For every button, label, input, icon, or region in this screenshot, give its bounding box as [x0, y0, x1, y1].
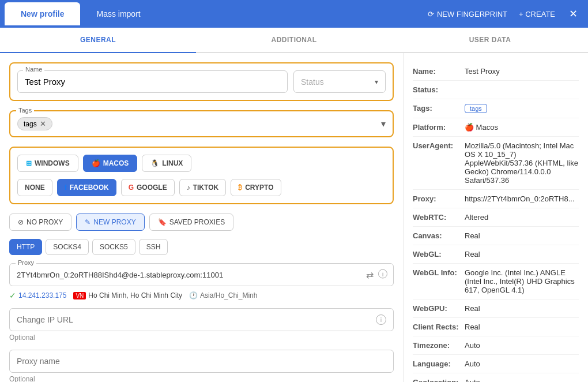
proxy-location: Ho Chi Minh, Ho Chi Minh City — [88, 291, 182, 299]
tag-item: tags ✕ — [17, 117, 52, 130]
info-row: Geolocation:Auto — [413, 373, 579, 382]
tab-user-data[interactable]: USER DATA — [392, 28, 588, 52]
info-label: WebGL: — [413, 250, 465, 259]
info-value: 🍎 Macos — [465, 123, 579, 132]
change-ip-input[interactable] — [17, 315, 370, 324]
protocol-http[interactable]: HTTP — [9, 239, 42, 255]
tab-additional[interactable]: ADDITIONAL — [196, 28, 392, 52]
os-btn-macos[interactable]: 🍎 MACOS — [83, 155, 138, 172]
name-input[interactable] — [17, 70, 288, 93]
info-row: Platform:🍎 Macos — [413, 118, 579, 137]
close-button[interactable]: ✕ — [563, 4, 583, 24]
name-field-wrapper: Name — [17, 70, 288, 93]
saved-proxies-icon: 🔖 — [158, 218, 167, 226]
left-panel: Name Status ▾ Tags tags ✕ — [0, 53, 404, 382]
info-value: Google Inc. (Intel Inc.) ANGLE (Intel In… — [465, 268, 579, 294]
new-fingerprint-button[interactable]: ⟳ NEW FINGERPRINT — [422, 6, 513, 22]
proxy-timezone: Asia/Ho_Chi_Minh — [200, 291, 257, 299]
info-value: tags — [465, 104, 487, 113]
browser-btn-tiktok[interactable]: ♪ TIKTOK — [179, 179, 226, 196]
tiktok-label: TIKTOK — [193, 183, 218, 192]
create-button[interactable]: + CREATE — [513, 6, 561, 22]
browser-btn-crypto[interactable]: ₿ CRYPTO — [231, 179, 281, 196]
info-value: Mozilla/5.0 (Macintosh; Intel Mac OS X 1… — [465, 141, 579, 185]
os-buttons: ⊞ WINDOWS 🍎 MACOS 🐧 LINUX — [17, 155, 386, 172]
proxy-input[interactable] — [17, 271, 359, 279]
tag-value: tags — [24, 120, 37, 128]
protocol-socks5[interactable]: SOCKS5 — [92, 239, 135, 255]
timezone-icon: 🕐 — [189, 291, 198, 299]
info-value: Real — [465, 250, 579, 259]
info-row: Status: — [413, 81, 579, 99]
saved-proxies-label: SAVED PROXIES — [169, 218, 225, 226]
browser-buttons: NONE f FACEBOOK G GOOGLE ♪ TIKTOK — [17, 179, 386, 196]
protocol-socks4[interactable]: SOCKS4 — [46, 239, 89, 255]
info-label: Tags: — [413, 104, 465, 113]
proxy-field-icons: ⇄ i — [366, 269, 387, 280]
info-row: WebRTC:Altered — [413, 208, 579, 227]
refresh-proxy-icon[interactable]: ⇄ — [366, 269, 374, 280]
new-proxy-icon: ✎ — [85, 218, 91, 226]
info-row: WebGPU:Real — [413, 299, 579, 318]
info-label: Status: — [413, 85, 465, 94]
info-label: Platform: — [413, 123, 465, 132]
tags-dropdown-arrow[interactable]: ▾ — [381, 118, 386, 129]
info-row: Client Rects:Real — [413, 318, 579, 336]
crypto-label: CRYPTO — [245, 183, 273, 192]
no-proxy-label: NO PROXY — [27, 218, 63, 226]
change-ip-info-icon[interactable]: i — [376, 314, 386, 325]
browser-btn-none[interactable]: NONE — [17, 179, 52, 196]
os-windows-label: WINDOWS — [35, 159, 70, 167]
tab-mass-import[interactable]: Mass import — [80, 5, 156, 23]
os-macos-label: MACOS — [103, 159, 129, 167]
proxy-flag: VN — [73, 292, 86, 299]
proxy-type-saved-proxies[interactable]: 🔖 SAVED PROXIES — [149, 214, 233, 231]
info-value: Real — [465, 323, 579, 331]
crypto-icon: ₿ — [238, 183, 242, 192]
tab-general[interactable]: GENERAL — [0, 28, 196, 53]
proxy-type-no-proxy[interactable]: ⊘ NO PROXY — [9, 214, 71, 231]
info-value: Real — [465, 231, 579, 240]
info-label: Client Rects: — [413, 323, 465, 331]
info-value: Auto — [465, 378, 579, 382]
info-row: Timezone:Auto — [413, 336, 579, 355]
proxy-name-optional: Optional — [9, 375, 394, 382]
info-row: UserAgent:Mozilla/5.0 (Macintosh; Intel … — [413, 137, 579, 190]
info-label: Proxy: — [413, 194, 465, 203]
protocol-ssh[interactable]: SSH — [139, 239, 168, 255]
proxy-info-row: ✓ 14.241.233.175 VN Ho Chi Minh, Ho Chi … — [9, 291, 394, 300]
info-rows: Name:Test ProxyStatus:Tags:tagsPlatform:… — [413, 62, 579, 382]
info-label: UserAgent: — [413, 141, 465, 150]
proxy-name-input[interactable] — [17, 357, 386, 366]
info-row: Proxy:https://2TYt4bmrOn_0:2oRTH8... — [413, 190, 579, 208]
browser-btn-google[interactable]: G GOOGLE — [121, 179, 175, 196]
proxy-info-icon[interactable]: i — [378, 269, 387, 279]
info-value: Test Proxy — [465, 67, 579, 76]
info-value: https://2TYt4bmrOn_0:2oRTH8... — [465, 194, 579, 203]
facebook-icon: f — [65, 183, 67, 192]
proxy-field-wrapper: Proxy ⇄ i — [9, 263, 394, 286]
info-row: Language:Auto — [413, 355, 579, 373]
nav-tabs: GENERAL ADDITIONAL USER DATA — [0, 28, 588, 53]
os-btn-linux[interactable]: 🐧 LINUX — [142, 155, 191, 172]
tag-remove-button[interactable]: ✕ — [40, 119, 46, 128]
proxy-label: Proxy — [16, 259, 36, 266]
info-value: Auto — [465, 359, 579, 368]
tab-new-profile[interactable]: New profile — [5, 2, 80, 25]
change-ip-section: i Optional — [9, 308, 394, 342]
tags-section: Tags tags ✕ ▾ — [9, 110, 394, 137]
os-btn-windows[interactable]: ⊞ WINDOWS — [17, 155, 78, 172]
browser-btn-facebook[interactable]: f FACEBOOK — [57, 179, 116, 196]
name-status-section: Name Status ▾ — [9, 62, 394, 101]
info-label: WebGPU: — [413, 304, 465, 313]
proxy-status-icon: ✓ — [9, 291, 16, 300]
status-select[interactable]: Status ▾ — [293, 70, 386, 93]
info-row: Tags:tags — [413, 99, 579, 118]
proxy-type-new-proxy[interactable]: ✎ NEW PROXY — [76, 214, 144, 231]
status-placeholder: Status — [301, 77, 324, 87]
info-label: Geolocation: — [413, 378, 465, 382]
change-ip-optional: Optional — [9, 334, 394, 342]
proxy-ip: 14.241.233.175 — [18, 291, 66, 299]
google-icon: G — [129, 183, 134, 192]
google-label: GOOGLE — [137, 183, 167, 192]
